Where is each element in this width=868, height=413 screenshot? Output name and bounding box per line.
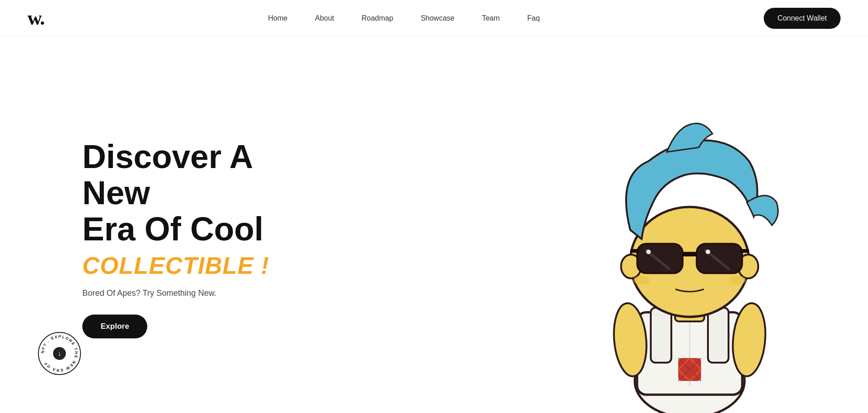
nav-faq[interactable]: Faq [527,14,540,22]
hero-collectible-label: COLLECTIBLE ! [82,252,311,279]
svg-rect-24 [683,252,697,256]
nav-roadmap[interactable]: Roadmap [362,14,393,22]
hero-title: Discover A New Era Of Cool [82,139,311,248]
svg-rect-27 [630,249,639,253]
nav-home[interactable]: Home [268,14,288,22]
hero-subtitle: Bored Of Apes? Try Something New. [82,288,311,298]
nav-showcase[interactable]: Showcase [421,14,455,22]
svg-point-29 [646,250,651,254]
svg-rect-7 [708,308,729,363]
svg-rect-28 [740,249,749,253]
nav-team[interactable]: Team [482,14,500,22]
svg-rect-6 [651,308,671,363]
svg-point-31 [633,276,650,285]
connect-wallet-button[interactable]: Connect Wallet [764,8,841,29]
logo[interactable]: w. [27,8,44,28]
hero-text-block: Discover A New Era Of Cool COLLECTIBLE !… [82,139,311,339]
svg-text:↓: ↓ [58,349,61,357]
svg-rect-23 [697,244,742,273]
svg-rect-22 [637,244,683,273]
svg-point-32 [729,276,746,285]
explore-button[interactable]: Explore [82,315,147,338]
circular-badge: NFT . EXPLORE THE NEW ERA OF ↓ [37,331,82,376]
nav-links: Home About Roadmap Showcase Team Faq [268,14,540,22]
hero-section: Discover A New Era Of Cool COLLECTIBLE !… [0,37,868,413]
navbar: w. Home About Roadmap Showcase Team Faq … [0,0,868,37]
svg-point-30 [706,250,710,254]
nft-character-image [557,74,822,413]
nav-about[interactable]: About [315,14,334,22]
